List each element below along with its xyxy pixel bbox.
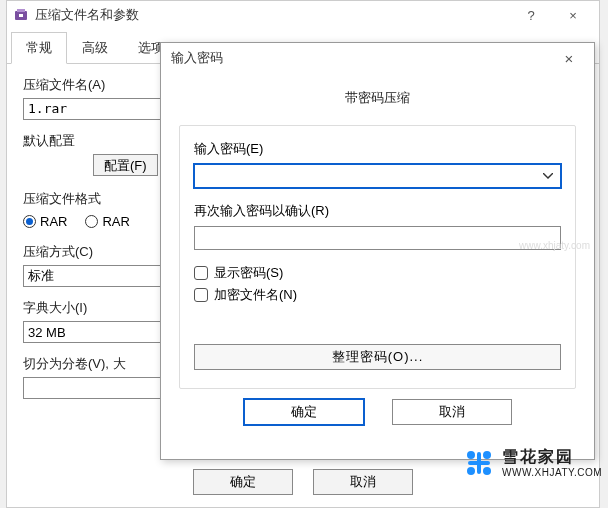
watermark-mid: www.xhjaty.com	[519, 240, 590, 251]
svg-rect-1	[17, 9, 25, 12]
tab-advanced[interactable]: 高级	[67, 32, 123, 64]
main-cancel-button[interactable]: 取消	[313, 469, 413, 495]
pw-footer: 确定 取消	[179, 389, 576, 425]
pw2-label: 再次输入密码以确认(R)	[194, 202, 561, 220]
svg-point-3	[467, 451, 475, 459]
watermark-text: 雪花家园 WWW.XHJATY.COM	[502, 447, 602, 478]
pw-heading: 带密码压缩	[179, 89, 576, 107]
watermark: 雪花家园 WWW.XHJATY.COM	[462, 446, 602, 480]
radio-rar4-label: RAR	[102, 214, 129, 229]
watermark-icon	[462, 446, 496, 480]
radio-rar4[interactable]: RAR	[85, 214, 129, 229]
config-button[interactable]: 配置(F)	[93, 154, 158, 176]
pw1-label: 输入密码(E)	[194, 140, 561, 158]
password-dialog: 输入密码 × 带密码压缩 输入密码(E) 再次输入密码以确认(R) 显示密码(S…	[160, 42, 595, 460]
close-button[interactable]: ×	[553, 4, 593, 26]
pw-title: 输入密码	[171, 49, 554, 67]
main-title: 压缩文件名和参数	[35, 6, 509, 24]
winrar-icon	[13, 7, 29, 23]
radio-rar4-dot	[85, 215, 98, 228]
watermark-url: WWW.XHJATY.COM	[502, 467, 602, 479]
show-password-label: 显示密码(S)	[214, 264, 283, 282]
radio-rar-label: RAR	[40, 214, 67, 229]
main-ok-button[interactable]: 确定	[193, 469, 293, 495]
svg-point-5	[467, 467, 475, 475]
radio-rar[interactable]: RAR	[23, 214, 67, 229]
main-titlebar: 压缩文件名和参数 ? ×	[7, 1, 599, 29]
svg-point-4	[483, 451, 491, 459]
svg-point-6	[483, 467, 491, 475]
pw2-input[interactable]	[194, 226, 561, 250]
tab-general[interactable]: 常规	[11, 32, 67, 64]
organize-passwords-button[interactable]: 整理密码(O)...	[194, 344, 561, 370]
pw-titlebar: 输入密码 ×	[161, 43, 594, 73]
pw-inner: 输入密码(E) 再次输入密码以确认(R) 显示密码(S) 加密文件名(N) 整理…	[179, 125, 576, 389]
svg-rect-8	[468, 461, 490, 465]
pw-cancel-button[interactable]: 取消	[392, 399, 512, 425]
pw-ok-button[interactable]: 确定	[244, 399, 364, 425]
show-password-checkbox[interactable]: 显示密码(S)	[194, 264, 561, 282]
watermark-cn: 雪花家园	[502, 447, 602, 466]
pw-close-button[interactable]: ×	[554, 50, 584, 67]
svg-rect-2	[19, 14, 23, 17]
checkbox-icon	[194, 288, 208, 302]
pw-body: 带密码压缩 输入密码(E) 再次输入密码以确认(R) 显示密码(S) 加密文件名…	[161, 73, 594, 435]
checkbox-icon	[194, 266, 208, 280]
radio-rar-dot	[23, 215, 36, 228]
encrypt-names-label: 加密文件名(N)	[214, 286, 297, 304]
help-button[interactable]: ?	[511, 4, 551, 26]
encrypt-names-checkbox[interactable]: 加密文件名(N)	[194, 286, 561, 304]
pw1-input[interactable]	[194, 164, 561, 188]
pw1-dropdown-icon[interactable]	[539, 167, 557, 185]
